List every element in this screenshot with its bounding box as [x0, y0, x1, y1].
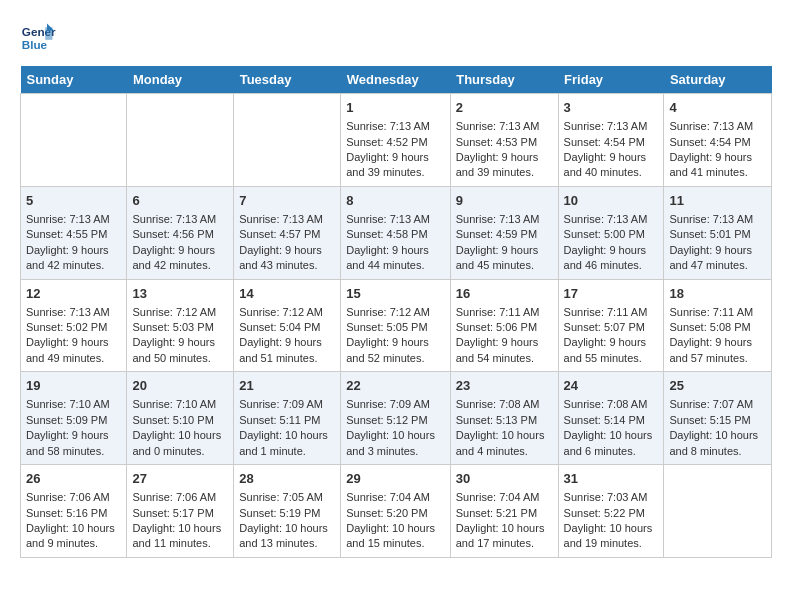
cell-text: Sunset: 4:56 PM	[132, 227, 228, 242]
calendar-cell: 31Sunrise: 7:03 AMSunset: 5:22 PMDayligh…	[558, 465, 664, 558]
cell-text: Daylight: 10 hours and 15 minutes.	[346, 521, 444, 552]
cell-text: Sunset: 5:11 PM	[239, 413, 335, 428]
calendar-cell: 8Sunrise: 7:13 AMSunset: 4:58 PMDaylight…	[341, 186, 450, 279]
cell-text: Daylight: 10 hours and 13 minutes.	[239, 521, 335, 552]
day-header-sunday: Sunday	[21, 66, 127, 94]
calendar-cell: 16Sunrise: 7:11 AMSunset: 5:06 PMDayligh…	[450, 279, 558, 372]
cell-text: Sunset: 5:17 PM	[132, 506, 228, 521]
cell-text: Sunrise: 7:11 AM	[669, 305, 766, 320]
calendar-cell: 15Sunrise: 7:12 AMSunset: 5:05 PMDayligh…	[341, 279, 450, 372]
cell-text: Sunrise: 7:13 AM	[669, 119, 766, 134]
cell-text: Daylight: 9 hours and 52 minutes.	[346, 335, 444, 366]
cell-text: Sunrise: 7:13 AM	[26, 305, 121, 320]
cell-text: Sunrise: 7:07 AM	[669, 397, 766, 412]
date-number: 29	[346, 470, 444, 488]
day-header-thursday: Thursday	[450, 66, 558, 94]
date-number: 25	[669, 377, 766, 395]
calendar-cell: 14Sunrise: 7:12 AMSunset: 5:04 PMDayligh…	[234, 279, 341, 372]
cell-text: Sunrise: 7:11 AM	[564, 305, 659, 320]
cell-text: Sunset: 5:20 PM	[346, 506, 444, 521]
cell-text: Sunset: 5:02 PM	[26, 320, 121, 335]
cell-text: Sunset: 4:57 PM	[239, 227, 335, 242]
cell-text: Sunset: 5:21 PM	[456, 506, 553, 521]
date-number: 24	[564, 377, 659, 395]
calendar-cell: 30Sunrise: 7:04 AMSunset: 5:21 PMDayligh…	[450, 465, 558, 558]
day-header-friday: Friday	[558, 66, 664, 94]
cell-text: Sunrise: 7:13 AM	[564, 212, 659, 227]
date-number: 15	[346, 285, 444, 303]
cell-text: Sunrise: 7:03 AM	[564, 490, 659, 505]
date-number: 2	[456, 99, 553, 117]
cell-text: Sunrise: 7:10 AM	[132, 397, 228, 412]
cell-text: Sunrise: 7:13 AM	[239, 212, 335, 227]
cell-text: Daylight: 10 hours and 0 minutes.	[132, 428, 228, 459]
cell-text: Sunrise: 7:13 AM	[456, 212, 553, 227]
date-number: 12	[26, 285, 121, 303]
date-number: 9	[456, 192, 553, 210]
date-number: 8	[346, 192, 444, 210]
date-number: 28	[239, 470, 335, 488]
date-number: 4	[669, 99, 766, 117]
page-header: General Blue	[20, 20, 772, 56]
cell-text: Sunset: 5:19 PM	[239, 506, 335, 521]
date-number: 27	[132, 470, 228, 488]
date-number: 30	[456, 470, 553, 488]
calendar-cell: 11Sunrise: 7:13 AMSunset: 5:01 PMDayligh…	[664, 186, 772, 279]
cell-text: Sunset: 5:06 PM	[456, 320, 553, 335]
cell-text: Sunset: 5:10 PM	[132, 413, 228, 428]
cell-text: Sunset: 5:05 PM	[346, 320, 444, 335]
cell-text: Sunrise: 7:12 AM	[346, 305, 444, 320]
cell-text: Sunset: 4:55 PM	[26, 227, 121, 242]
date-number: 16	[456, 285, 553, 303]
date-number: 26	[26, 470, 121, 488]
cell-text: Sunrise: 7:13 AM	[26, 212, 121, 227]
cell-text: Sunset: 4:52 PM	[346, 135, 444, 150]
cell-text: Sunrise: 7:12 AM	[132, 305, 228, 320]
cell-text: Daylight: 10 hours and 11 minutes.	[132, 521, 228, 552]
calendar-cell	[21, 94, 127, 187]
cell-text: Sunset: 4:54 PM	[564, 135, 659, 150]
svg-text:Blue: Blue	[22, 38, 48, 51]
cell-text: Sunrise: 7:13 AM	[456, 119, 553, 134]
cell-text: Sunset: 5:08 PM	[669, 320, 766, 335]
calendar-cell: 27Sunrise: 7:06 AMSunset: 5:17 PMDayligh…	[127, 465, 234, 558]
cell-text: Sunrise: 7:08 AM	[456, 397, 553, 412]
calendar-cell: 28Sunrise: 7:05 AMSunset: 5:19 PMDayligh…	[234, 465, 341, 558]
date-number: 10	[564, 192, 659, 210]
date-number: 19	[26, 377, 121, 395]
cell-text: Sunset: 5:15 PM	[669, 413, 766, 428]
cell-text: Daylight: 9 hours and 49 minutes.	[26, 335, 121, 366]
cell-text: Daylight: 10 hours and 1 minute.	[239, 428, 335, 459]
date-number: 7	[239, 192, 335, 210]
cell-text: Sunset: 5:01 PM	[669, 227, 766, 242]
calendar-cell: 29Sunrise: 7:04 AMSunset: 5:20 PMDayligh…	[341, 465, 450, 558]
cell-text: Daylight: 10 hours and 6 minutes.	[564, 428, 659, 459]
calendar-cell: 21Sunrise: 7:09 AMSunset: 5:11 PMDayligh…	[234, 372, 341, 465]
date-number: 14	[239, 285, 335, 303]
date-number: 22	[346, 377, 444, 395]
calendar-cell: 1Sunrise: 7:13 AMSunset: 4:52 PMDaylight…	[341, 94, 450, 187]
cell-text: Daylight: 9 hours and 58 minutes.	[26, 428, 121, 459]
cell-text: Daylight: 10 hours and 9 minutes.	[26, 521, 121, 552]
cell-text: Sunrise: 7:04 AM	[346, 490, 444, 505]
cell-text: Sunset: 5:22 PM	[564, 506, 659, 521]
date-number: 1	[346, 99, 444, 117]
cell-text: Sunset: 5:07 PM	[564, 320, 659, 335]
calendar-cell: 4Sunrise: 7:13 AMSunset: 4:54 PMDaylight…	[664, 94, 772, 187]
day-header-saturday: Saturday	[664, 66, 772, 94]
calendar-cell: 7Sunrise: 7:13 AMSunset: 4:57 PMDaylight…	[234, 186, 341, 279]
date-number: 13	[132, 285, 228, 303]
calendar-cell: 5Sunrise: 7:13 AMSunset: 4:55 PMDaylight…	[21, 186, 127, 279]
cell-text: Daylight: 10 hours and 4 minutes.	[456, 428, 553, 459]
calendar-cell: 13Sunrise: 7:12 AMSunset: 5:03 PMDayligh…	[127, 279, 234, 372]
cell-text: Sunrise: 7:08 AM	[564, 397, 659, 412]
date-number: 31	[564, 470, 659, 488]
date-number: 5	[26, 192, 121, 210]
cell-text: Daylight: 10 hours and 17 minutes.	[456, 521, 553, 552]
date-number: 11	[669, 192, 766, 210]
cell-text: Sunset: 5:14 PM	[564, 413, 659, 428]
calendar-cell	[234, 94, 341, 187]
cell-text: Sunset: 5:12 PM	[346, 413, 444, 428]
cell-text: Sunset: 5:09 PM	[26, 413, 121, 428]
calendar-cell: 22Sunrise: 7:09 AMSunset: 5:12 PMDayligh…	[341, 372, 450, 465]
